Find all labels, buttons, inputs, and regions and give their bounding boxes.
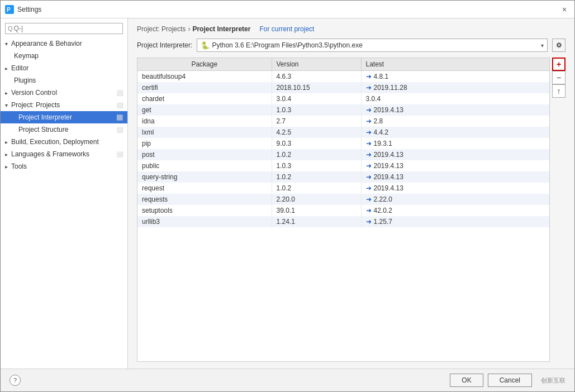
table-row[interactable]: public1.0.3➜2019.4.13 bbox=[137, 160, 549, 171]
interpreter-select[interactable]: 🐍 Python 3.6 E:\Program Files\Python3.5\… bbox=[197, 39, 548, 52]
title-bar: P Settings × bbox=[1, 1, 574, 18]
ok-button[interactable]: OK bbox=[450, 374, 483, 387]
interpreter-settings-button[interactable]: ⚙ bbox=[552, 39, 566, 52]
breadcrumb-parent: Project: Projects bbox=[137, 25, 186, 33]
table-row[interactable]: query-string1.0.2➜2019.4.13 bbox=[137, 171, 549, 183]
upgrade-arrow-icon: ➜ bbox=[366, 140, 372, 147]
upgrade-arrow-icon: ➜ bbox=[366, 106, 372, 114]
table-row[interactable]: chardet3.0.43.0.4 bbox=[137, 93, 549, 104]
table-row[interactable]: pip9.0.3➜19.3.1 bbox=[137, 138, 549, 149]
search-input[interactable] bbox=[14, 25, 120, 32]
breadcrumb-current: Project Interpreter bbox=[192, 25, 250, 33]
interpreter-row: Project Interpreter: 🐍 Python 3.6 E:\Pro… bbox=[137, 39, 566, 52]
package-version: 1.0.3 bbox=[272, 160, 361, 171]
package-version: 1.0.2 bbox=[272, 183, 361, 194]
package-latest: ➜2019.4.13 bbox=[361, 183, 549, 194]
upgrade-arrow-icon: ➜ bbox=[366, 117, 372, 125]
sidebar-item-project-projects[interactable]: ▾ Project: Projects ⬜ bbox=[1, 99, 127, 111]
table-row[interactable]: setuptools39.0.1➜42.0.2 bbox=[137, 205, 549, 216]
table-row[interactable]: requests2.20.0➜2.22.0 bbox=[137, 194, 549, 205]
package-name: get bbox=[137, 104, 272, 116]
gear-icon: ⚙ bbox=[556, 41, 562, 49]
upgrade-arrow-icon: ➜ bbox=[366, 207, 372, 214]
sidebar-item-appearance[interactable]: ▾ Appearance & Behavior bbox=[1, 37, 127, 50]
footer: ? OK Cancel 创新互联 bbox=[1, 369, 574, 391]
package-version: 3.0.4 bbox=[272, 93, 361, 104]
upgrade-arrow-icon: ➜ bbox=[366, 184, 372, 192]
sidebar-item-label: Build, Execution, Deployment bbox=[11, 138, 99, 146]
table-row[interactable]: urllib31.24.1➜1.25.7 bbox=[137, 216, 549, 227]
cancel-button[interactable]: Cancel bbox=[488, 374, 532, 387]
remove-package-button[interactable]: − bbox=[552, 71, 566, 84]
sidebar-item-version-control[interactable]: ▸ Version Control ⬜ bbox=[1, 87, 127, 99]
table-row[interactable]: get1.0.3➜2019.4.13 bbox=[137, 104, 549, 116]
interpreter-icon: ⬜ bbox=[116, 114, 123, 121]
chevron-down-icon: ▾ bbox=[5, 102, 8, 108]
package-name: beautifulsoup4 bbox=[137, 71, 272, 83]
project-icon: ⬜ bbox=[116, 102, 123, 108]
package-latest: 3.0.4 bbox=[361, 93, 549, 104]
settings-window: P Settings × Q ▾ Appearance & Behavior K… bbox=[0, 0, 575, 392]
table-row[interactable]: beautifulsoup44.6.3➜4.8.1 bbox=[137, 71, 549, 83]
sidebar-item-label: Version Control bbox=[11, 89, 57, 97]
sidebar-item-build[interactable]: ▸ Build, Execution, Deployment bbox=[1, 136, 127, 148]
upgrade-package-button[interactable]: ↑ bbox=[552, 84, 566, 98]
table-row[interactable]: idna2.7➜2.8 bbox=[137, 116, 549, 127]
sidebar-item-keymap[interactable]: Keymap bbox=[1, 50, 127, 62]
package-version: 2018.10.15 bbox=[272, 82, 361, 93]
add-package-button[interactable]: + bbox=[552, 58, 566, 71]
package-name: lxml bbox=[137, 127, 272, 138]
package-name: requests bbox=[137, 194, 272, 205]
package-latest: ➜4.8.1 bbox=[361, 71, 549, 83]
upgrade-arrow-icon: ➜ bbox=[366, 84, 372, 92]
package-name: idna bbox=[137, 116, 272, 127]
sidebar-item-project-interpreter[interactable]: Project Interpreter ⬜ bbox=[1, 111, 127, 123]
help-button[interactable]: ? bbox=[9, 375, 21, 386]
sidebar-item-tools[interactable]: ▸ Tools bbox=[1, 160, 127, 173]
package-name: chardet bbox=[137, 93, 272, 104]
sidebar-item-label: Project: Projects bbox=[11, 101, 60, 109]
dropdown-arrow-icon: ▾ bbox=[541, 42, 544, 49]
sidebar-item-project-structure[interactable]: Project Structure ⬜ bbox=[1, 123, 127, 136]
python-icon: 🐍 bbox=[201, 41, 210, 50]
sidebar-item-languages[interactable]: ▸ Languages & Frameworks ⬜ bbox=[1, 148, 127, 160]
col-latest: Latest bbox=[361, 58, 549, 71]
search-icon: Q bbox=[8, 25, 13, 32]
package-name: query-string bbox=[137, 171, 272, 183]
chevron-right-icon: ▸ bbox=[5, 65, 8, 71]
package-latest: ➜4.4.2 bbox=[361, 127, 549, 138]
package-latest: ➜2.22.0 bbox=[361, 194, 549, 205]
table-row[interactable]: post1.0.2➜2019.4.13 bbox=[137, 149, 549, 160]
sidebar-item-label: Project Structure bbox=[18, 126, 68, 133]
sidebar-item-editor[interactable]: ▸ Editor bbox=[1, 62, 127, 74]
package-latest: ➜2019.4.13 bbox=[361, 149, 549, 160]
table-row[interactable]: request1.0.2➜2019.4.13 bbox=[137, 183, 549, 194]
package-latest: ➜1.25.7 bbox=[361, 216, 549, 227]
table-row[interactable]: certifi2018.10.15➜2019.11.28 bbox=[137, 82, 549, 93]
package-latest: ➜2.8 bbox=[361, 116, 549, 127]
package-name: post bbox=[137, 149, 272, 160]
watermark-text: 创新互联 bbox=[541, 376, 566, 385]
sidebar-item-label: Project Interpreter bbox=[18, 113, 72, 121]
chevron-right-icon: ▸ bbox=[5, 164, 8, 170]
content-area: Q ▾ Appearance & Behavior Keymap ▸ Edito… bbox=[1, 18, 574, 369]
package-version: 1.0.3 bbox=[272, 104, 361, 116]
search-box[interactable]: Q bbox=[5, 23, 123, 34]
package-latest: ➜42.0.2 bbox=[361, 205, 549, 216]
table-actions: + − ↑ bbox=[552, 58, 566, 362]
package-latest: ➜2019.4.13 bbox=[361, 171, 549, 183]
package-latest: ➜2019.4.13 bbox=[361, 160, 549, 171]
sidebar-item-label: Keymap bbox=[14, 52, 39, 60]
svg-text:P: P bbox=[7, 7, 11, 13]
sidebar-item-plugins[interactable]: Plugins bbox=[1, 74, 127, 87]
for-current-project-link[interactable]: For current project bbox=[259, 25, 314, 33]
structure-icon: ⬜ bbox=[116, 127, 123, 133]
package-version: 1.0.2 bbox=[272, 171, 361, 183]
package-name: public bbox=[137, 160, 272, 171]
package-version: 1.24.1 bbox=[272, 216, 361, 227]
close-button[interactable]: × bbox=[559, 4, 570, 15]
package-version: 9.0.3 bbox=[272, 138, 361, 149]
col-package: Package bbox=[137, 58, 272, 71]
packages-table-wrapper: Package Version Latest beautifulsoup44.6… bbox=[137, 58, 550, 362]
table-row[interactable]: lxml4.2.5➜4.4.2 bbox=[137, 127, 549, 138]
